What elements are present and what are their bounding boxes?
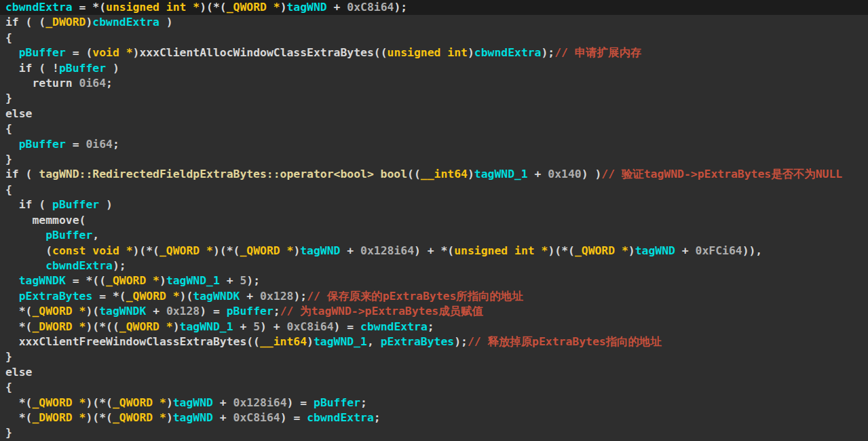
code-token-txt[interactable]: xxxClientFreeWindowClassExtraBytes(( — [5, 335, 260, 348]
code-token-var[interactable]: cbwndExtra — [5, 1, 73, 14]
code-token-txt[interactable]: + — [528, 168, 548, 180]
code-token-var[interactable]: tagWND — [173, 411, 213, 424]
code-token-txt[interactable]: (( — [407, 168, 421, 180]
code-token-txt[interactable] — [5, 274, 19, 287]
code-token-kw[interactable]: const void * — [52, 244, 132, 257]
code-token-txt[interactable]: ); — [246, 274, 260, 287]
code-token-txt[interactable]: ) — [173, 320, 180, 333]
code-token-txt[interactable]: + — [213, 411, 233, 424]
code-token-num[interactable]: 0x128i64 — [360, 244, 414, 257]
code-token-num[interactable]: 0xFCi64 — [696, 244, 742, 257]
code-token-var[interactable]: pExtraBytes — [19, 290, 93, 303]
code-token-kw[interactable]: __int64 — [260, 335, 307, 348]
code-token-txt[interactable]: } — [5, 92, 12, 104]
code-token-var[interactable]: cbwndExtra — [360, 320, 428, 333]
code-token-txt[interactable]: = — [66, 138, 86, 151]
code-token-kw[interactable]: _QWORD * — [113, 396, 166, 409]
code-token-num[interactable]: 5 — [240, 274, 246, 287]
code-line[interactable]: } — [0, 91, 868, 106]
code-token-txt[interactable]: ) — [280, 1, 287, 14]
code-token-txt[interactable]: )(*( — [548, 244, 574, 257]
code-line[interactable]: { — [0, 31, 868, 45]
code-line[interactable]: { — [0, 183, 868, 197]
code-token-var[interactable]: cbwndExtra — [474, 46, 542, 59]
code-token-var[interactable]: tagWND — [173, 396, 213, 409]
code-token-txt[interactable]: if ( — [5, 168, 39, 180]
code-token-txt[interactable]: memmove( — [5, 214, 86, 227]
code-line[interactable]: cbwndExtra); — [0, 258, 868, 273]
code-token-txt[interactable] — [5, 229, 45, 242]
code-token-var[interactable]: pBuffer — [19, 46, 66, 59]
code-line[interactable]: if ( !pBuffer ) — [0, 61, 868, 76]
code-token-txt[interactable]: *( — [5, 305, 32, 318]
code-line[interactable]: { — [0, 380, 868, 395]
code-line[interactable]: xxxClientFreeWindowClassExtraBytes((__in… — [0, 334, 868, 349]
code-token-com[interactable]: // 释放掉原pExtraBytes指向的地址 — [468, 335, 662, 348]
code-token-txt[interactable]: return — [5, 77, 79, 90]
code-token-txt[interactable]: + — [146, 305, 166, 318]
code-line[interactable]: (const void *)(*(_QWORD *)(*(_QWORD *)ta… — [0, 244, 868, 258]
code-token-var[interactable]: tagWNDK — [99, 305, 146, 318]
code-token-txt[interactable]: ) — [468, 46, 474, 59]
code-token-txt[interactable]: else — [5, 366, 32, 379]
code-line[interactable]: *(_DWORD *)(*((_QWORD *)tagWND_1 + 5) + … — [0, 320, 868, 334]
code-token-num[interactable]: 0x128 — [260, 290, 293, 303]
code-token-kw[interactable]: unsigned int — [388, 46, 468, 59]
code-token-kw[interactable]: _QWORD * — [227, 1, 280, 14]
code-token-txt[interactable]: ; — [113, 138, 119, 151]
code-token-var[interactable]: tagWND_1 — [314, 335, 367, 348]
code-token-txt[interactable]: ) — [166, 396, 173, 409]
code-token-txt[interactable]: ); — [113, 259, 126, 272]
code-token-txt[interactable]: )(*( — [86, 411, 112, 424]
code-token-txt[interactable]: + — [340, 244, 360, 257]
code-token-txt[interactable]: ( — [5, 244, 52, 257]
code-token-txt[interactable]: ); — [454, 335, 468, 348]
code-token-txt[interactable]: , — [92, 229, 99, 242]
code-line[interactable]: *(_QWORD *)(tagWNDK + 0x128) = pBuffer;/… — [0, 304, 868, 319]
code-token-num[interactable]: 0x140 — [548, 168, 581, 180]
code-token-txt[interactable]: ; — [428, 320, 434, 333]
code-token-name[interactable]: tagWND::RedirectedFieldpExtraBytes::oper… — [39, 168, 407, 180]
code-token-txt[interactable]: )(*( — [200, 1, 226, 14]
code-token-txt[interactable]: = ( — [66, 46, 92, 59]
code-token-var[interactable]: tagWND — [635, 244, 675, 257]
code-token-kw[interactable]: _DWORD * — [32, 320, 86, 333]
code-line[interactable]: pBuffer = (void *)xxxClientAllocWindowCl… — [0, 45, 868, 60]
code-token-txt[interactable]: = *( — [92, 290, 126, 303]
code-token-txt[interactable]: )( — [180, 290, 193, 303]
code-token-num[interactable]: 0i64 — [79, 77, 106, 90]
code-token-txt[interactable]: ; — [106, 77, 113, 90]
code-token-txt[interactable]: if ( ! — [5, 62, 59, 75]
code-token-txt[interactable]: ) — [628, 244, 635, 257]
code-token-num[interactable]: 0x128i64 — [233, 396, 287, 409]
code-token-txt[interactable]: ); — [394, 1, 407, 14]
code-line[interactable]: pExtraBytes = *(_QWORD *)(tagWNDK + 0x12… — [0, 289, 868, 304]
code-token-txt[interactable]: ) — [166, 411, 173, 424]
code-line[interactable]: *(_QWORD *)(*(_QWORD *)tagWND + 0x128i64… — [0, 396, 868, 410]
code-token-txt[interactable]: { — [5, 381, 12, 394]
code-token-kw[interactable]: _DWORD * — [32, 411, 86, 424]
code-token-txt[interactable] — [5, 46, 19, 59]
code-token-num[interactable]: 0xC8i64 — [287, 320, 334, 333]
code-token-var[interactable]: tagWNDK — [19, 274, 66, 287]
code-line[interactable]: pBuffer, — [0, 228, 868, 243]
code-token-var[interactable]: cbwndExtra — [307, 411, 374, 424]
code-token-txt[interactable]: )(*( — [213, 244, 240, 257]
code-token-num[interactable]: 5 — [253, 320, 260, 333]
code-token-num[interactable]: 0xC8i64 — [347, 1, 394, 14]
code-token-txt[interactable]: ) = — [280, 411, 307, 424]
code-line[interactable]: else — [0, 107, 868, 121]
code-token-num[interactable]: 0xC8i64 — [233, 411, 280, 424]
code-token-num[interactable]: 0x128 — [166, 305, 200, 318]
code-line[interactable]: *(_DWORD *)(*(_QWORD *)tagWND + 0xC8i64)… — [0, 410, 868, 425]
code-token-kw[interactable]: _QWORD * — [106, 274, 159, 287]
code-token-com[interactable]: // 验证tagWND->pExtraBytes是否不为NULL — [601, 168, 842, 180]
code-token-txt[interactable]: else — [5, 107, 32, 120]
code-token-txt[interactable]: )( — [86, 305, 99, 318]
code-token-txt[interactable] — [5, 259, 45, 272]
code-token-txt[interactable]: if ( — [5, 198, 52, 211]
code-token-com[interactable]: // 申请扩展内存 — [554, 46, 641, 59]
code-token-txt[interactable]: ; — [374, 411, 381, 424]
code-line[interactable]: if ( (_DWORD)cbwndExtra ) — [0, 15, 868, 30]
code-token-txt[interactable]: , — [367, 335, 381, 348]
